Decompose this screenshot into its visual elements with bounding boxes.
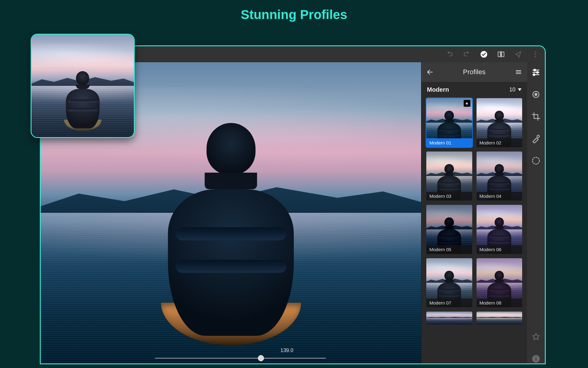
profile-tile[interactable] (426, 312, 472, 324)
profile-tile[interactable]: Modern 07 (426, 258, 472, 307)
profile-label: Modern 03 (426, 192, 472, 201)
svg-rect-2 (502, 52, 504, 56)
before-after-icon[interactable] (497, 50, 505, 58)
profile-tile[interactable]: Modern 05 (426, 205, 472, 254)
svg-point-18 (537, 135, 540, 138)
chevron-down-icon (518, 88, 522, 91)
svg-point-5 (535, 54, 536, 55)
profiles-panel-header: Profiles (421, 62, 527, 82)
profiles-overflow-row (426, 312, 522, 361)
target-adjust-icon[interactable] (531, 90, 541, 99)
undo-icon[interactable] (463, 50, 471, 58)
redo-icon[interactable] (446, 50, 454, 58)
svg-point-19 (533, 157, 540, 164)
profile-label: Modern 08 (477, 298, 522, 307)
rate-star-icon[interactable] (531, 332, 541, 341)
svg-point-17 (534, 93, 537, 96)
svg-point-6 (535, 56, 536, 57)
back-icon[interactable] (426, 68, 434, 76)
apply-check-icon[interactable] (480, 50, 488, 58)
profiles-category-row[interactable]: Modern 10 (421, 82, 527, 96)
share-icon[interactable] (514, 50, 522, 58)
healing-brush-icon[interactable] (531, 134, 541, 143)
profile-label: Modern 07 (426, 298, 472, 307)
profile-tile[interactable]: Modern 08 (477, 258, 522, 307)
crop-icon[interactable] (531, 112, 541, 121)
profiles-panel: Profiles Modern 10 ★Modern 01Modern 02Mo… (421, 62, 527, 363)
profile-label: Modern 02 (477, 138, 522, 147)
info-icon[interactable] (531, 354, 541, 363)
before-thumbnail (31, 34, 135, 138)
svg-rect-1 (498, 52, 500, 56)
profiles-grid: ★Modern 01Modern 02Modern 03Modern 04Mod… (421, 96, 527, 363)
radial-mask-icon[interactable] (531, 156, 541, 165)
profile-label: Modern 06 (477, 245, 522, 254)
overflow-menu-icon[interactable] (531, 50, 539, 58)
page-headline: Stunning Profiles (0, 7, 588, 22)
right-tool-rail (527, 62, 545, 363)
profile-tile[interactable]: Modern 02 (477, 98, 522, 147)
svg-rect-21 (536, 358, 537, 361)
profile-label: Modern 01 (426, 138, 472, 147)
profile-tile[interactable]: Modern 06 (477, 205, 522, 254)
panel-menu-icon[interactable] (515, 68, 522, 76)
favorite-star-icon[interactable]: ★ (464, 100, 470, 107)
profile-tile[interactable] (477, 312, 522, 324)
svg-point-4 (535, 51, 536, 52)
svg-rect-22 (536, 357, 537, 358)
profile-tile[interactable]: Modern 03 (426, 151, 472, 201)
profile-label: Modern 04 (477, 192, 522, 201)
slider-handle[interactable] (258, 355, 264, 361)
category-count: 10 (509, 86, 515, 93)
profile-label: Modern 05 (426, 245, 472, 254)
profile-tile[interactable]: Modern 04 (477, 151, 522, 201)
panel-title: Profiles (437, 68, 511, 76)
profile-tile[interactable]: ★Modern 01 (426, 98, 472, 147)
adjust-sliders-icon[interactable] (531, 68, 541, 77)
category-label: Modern (427, 86, 449, 93)
amount-slider[interactable] (155, 358, 326, 358)
slider-value: 139.0 (280, 347, 293, 354)
